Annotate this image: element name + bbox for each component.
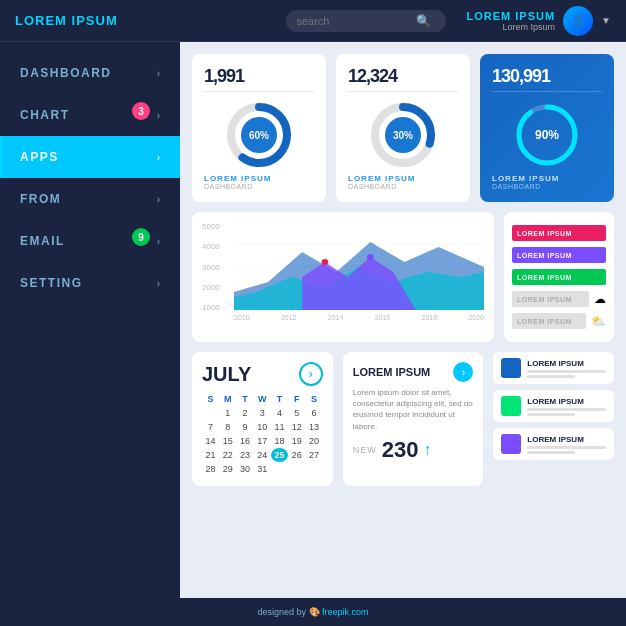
cal-day[interactable]: 24 xyxy=(254,448,271,462)
cal-day[interactable]: 2 xyxy=(236,406,253,420)
cal-day[interactable]: 7 xyxy=(202,420,219,434)
item-desc-3 xyxy=(527,446,606,449)
cal-day[interactable]: 19 xyxy=(288,434,305,448)
cal-day[interactable]: 29 xyxy=(219,462,236,476)
yaxis-label: 4000 xyxy=(202,242,230,251)
text-card-new-label: NEW xyxy=(353,445,377,455)
legend-label-1: LOREM IPSUM xyxy=(517,230,572,237)
item-title-3: LOREM IPSUM xyxy=(527,435,606,444)
chevron-right-icon: › xyxy=(157,68,160,79)
legend-bar-4: LOREM IPSUM xyxy=(512,291,589,307)
list-item-3[interactable]: LOREM IPSUM xyxy=(493,428,614,460)
cal-day[interactable]: 16 xyxy=(236,434,253,448)
text-card-nav-button[interactable]: › xyxy=(453,362,473,382)
donut-chart-2: 30% xyxy=(368,100,438,170)
cal-day[interactable]: 22 xyxy=(219,448,236,462)
list-item-2[interactable]: LOREM IPSUM xyxy=(493,390,614,422)
list-item-1[interactable]: LOREM IPSUM xyxy=(493,352,614,384)
footer: designed by 🎨 freepik.com xyxy=(0,598,626,626)
header-brand: LOREM IPSUM Lorem Ipsum xyxy=(466,10,555,32)
legend-item-5: LOREM IPSUM ⛅ xyxy=(512,313,606,329)
chevron-right-icon: › xyxy=(157,152,160,163)
chart-svg-wrap xyxy=(234,222,484,312)
cal-day[interactable]: 18 xyxy=(271,434,288,448)
calendar-card[interactable]: JULY › S M T W T F S xyxy=(192,352,333,486)
cal-day[interactable]: 13 xyxy=(305,420,322,434)
calendar-header-row: S M T W T F S xyxy=(202,392,323,406)
chevron-down-icon[interactable]: ▼ xyxy=(601,15,611,26)
cal-day[interactable]: 8 xyxy=(219,420,236,434)
text-card[interactable]: LOREM IPSUM › Lorem ipsum dolor sit amet… xyxy=(343,352,484,486)
stat-card-3[interactable]: 130,991 90% LOREM IPSUM DASHBOARD xyxy=(480,54,614,202)
text-card-num-row: NEW 230 ↑ xyxy=(353,437,474,463)
cal-day[interactable]: 30 xyxy=(236,462,253,476)
sidebar-badge-chart: 3 xyxy=(132,102,150,120)
legend-item-1[interactable]: LOREM IPSUM xyxy=(512,225,606,241)
cal-day[interactable]: 14 xyxy=(202,434,219,448)
sidebar-label-apps: APPS xyxy=(20,150,59,164)
legend-label-2: LOREM IPSUM xyxy=(517,252,572,259)
xaxis-label: 2020 xyxy=(468,314,484,321)
legend-item-3[interactable]: LOREM IPSUM xyxy=(512,269,606,285)
svg-text:90%: 90% xyxy=(535,128,559,142)
footer-brand: freepik.com xyxy=(322,607,369,617)
item-text-1: LOREM IPSUM xyxy=(527,359,606,378)
legend-item-4: LOREM IPSUM ☁ xyxy=(512,291,606,307)
avatar[interactable]: 👤 xyxy=(563,6,593,36)
sidebar-label-email: EMAIL xyxy=(20,234,65,248)
calendar-nav[interactable]: › xyxy=(299,362,323,386)
brand-sub: Lorem Ipsum xyxy=(466,22,555,32)
legend-item-2[interactable]: LOREM IPSUM xyxy=(512,247,606,263)
cal-day[interactable]: 4 xyxy=(271,406,288,420)
cal-day[interactable]: 31 xyxy=(254,462,271,476)
stat-footer-2: LOREM IPSUM DASHBOARD xyxy=(348,174,458,190)
donut-wrap-2: 30% xyxy=(368,100,438,170)
item-text-2: LOREM IPSUM xyxy=(527,397,606,416)
search-input[interactable] xyxy=(296,15,416,27)
sidebar-badge-email: 9 xyxy=(132,228,150,246)
legend-bar-1: LOREM IPSUM xyxy=(512,225,606,241)
cloud-icon-2: ⛅ xyxy=(591,314,606,328)
cal-day[interactable]: 15 xyxy=(219,434,236,448)
content-area: 1,991 60% LOREM IPSUM DASHBOARD xyxy=(180,42,626,598)
cal-day[interactable] xyxy=(202,406,219,420)
area-chart-card[interactable]: 5000 4000 3000 2000 1000 xyxy=(192,212,494,342)
text-card-body: Lorem ipsum dolor sit amet, consectetur … xyxy=(353,387,474,432)
cal-day[interactable]: 10 xyxy=(254,420,271,434)
cal-day[interactable]: 9 xyxy=(236,420,253,434)
cal-day[interactable]: 12 xyxy=(288,420,305,434)
cal-day[interactable]: 20 xyxy=(305,434,322,448)
sidebar-item-chart[interactable]: CHART 3 › xyxy=(0,94,180,136)
cal-day[interactable]: 28 xyxy=(202,462,219,476)
cal-day[interactable]: 1 xyxy=(219,406,236,420)
sidebar-item-apps[interactable]: APPS › xyxy=(0,136,180,178)
cal-day[interactable]: 27 xyxy=(305,448,322,462)
cal-day[interactable]: 17 xyxy=(254,434,271,448)
sidebar-item-dashboard[interactable]: DASHBOARD › xyxy=(0,52,180,94)
cal-day[interactable]: 21 xyxy=(202,448,219,462)
svg-point-20 xyxy=(367,254,374,260)
cal-day[interactable]: 26 xyxy=(288,448,305,462)
cal-day[interactable]: 5 xyxy=(288,406,305,420)
brand-name: LOREM IPSUM xyxy=(466,10,555,22)
sidebar-item-email[interactable]: EMAIL 9 › xyxy=(0,220,180,262)
cal-day[interactable]: 23 xyxy=(236,448,253,462)
search-bar[interactable]: 🔍 xyxy=(286,10,446,32)
cal-day[interactable]: 11 xyxy=(271,420,288,434)
calendar-week-5: 28 29 30 31 xyxy=(202,462,323,476)
area-chart-svg xyxy=(234,222,484,312)
sidebar-item-from[interactable]: FROM › xyxy=(0,178,180,220)
cal-day[interactable]: 3 xyxy=(254,406,271,420)
yaxis-label: 5000 xyxy=(202,222,230,231)
stat-footer-title-3: LOREM IPSUM xyxy=(492,174,559,183)
stat-card-2[interactable]: 12,324 30% LOREM IPSUM DASHBOARD xyxy=(336,54,470,202)
bottom-row: JULY › S M T W T F S xyxy=(192,352,614,486)
sidebar-item-setting[interactable]: SETTING › xyxy=(0,262,180,304)
footer-label: designed by xyxy=(257,607,308,617)
stat-cards-row: 1,991 60% LOREM IPSUM DASHBOARD xyxy=(192,54,614,202)
cal-day-today[interactable]: 25 xyxy=(271,448,288,462)
cal-day[interactable]: 6 xyxy=(305,406,322,420)
stat-card-1[interactable]: 1,991 60% LOREM IPSUM DASHBOARD xyxy=(192,54,326,202)
text-card-number: 230 xyxy=(382,437,419,463)
stat-footer-sub-1: DASHBOARD xyxy=(204,183,253,190)
